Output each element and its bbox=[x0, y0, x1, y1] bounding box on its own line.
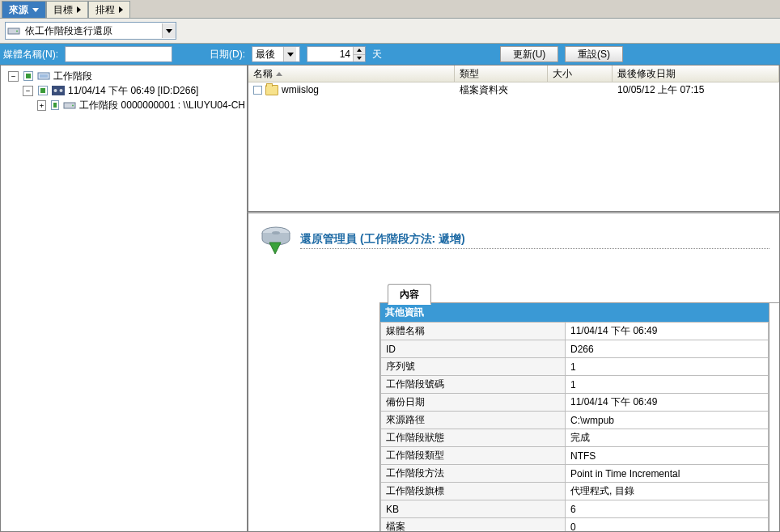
tree-root-label: 工作階段 bbox=[52, 70, 94, 83]
tab-schedule-label: 排程 bbox=[95, 2, 115, 18]
table-row: 工作階段旗標代理程式, 目錄 bbox=[381, 483, 769, 500]
info-box: 其他資訊 媒體名稱11/04/14 下午 06:49IDD266序列號1工作階段… bbox=[379, 303, 769, 532]
info-key: 工作階段狀態 bbox=[381, 429, 566, 447]
info-value: 0 bbox=[566, 518, 769, 533]
file-list: 名稱 類型 大小 最後修改日期 wmiislog 檔案資料夾 10/05/12 … bbox=[248, 65, 780, 212]
drive-icon bbox=[63, 99, 76, 112]
tab-schedule[interactable]: 排程 bbox=[88, 1, 130, 18]
media-name-input[interactable] bbox=[65, 46, 172, 62]
info-value: D266 bbox=[566, 340, 769, 358]
info-key: 工作階段方法 bbox=[381, 465, 566, 483]
info-value: 6 bbox=[566, 500, 769, 518]
tree-node-job[interactable]: + 工作階段 0000000001 : \\LIUYU04-CH bbox=[1, 98, 247, 112]
info-key: 序列號 bbox=[381, 358, 566, 376]
list-header: 名稱 類型 大小 最後修改日期 bbox=[248, 65, 779, 82]
svg-point-8 bbox=[72, 105, 74, 107]
info-key: ID bbox=[381, 340, 566, 358]
info-key: 來源路徑 bbox=[381, 412, 566, 429]
row-type: 檔案資料夾 bbox=[455, 82, 548, 97]
sub-tab-strip: 內容 bbox=[379, 284, 769, 303]
tab-target-label: 目標 bbox=[53, 2, 73, 18]
table-row: 工作階段方法Point in Time Incremental bbox=[381, 465, 769, 483]
restore-title: 還原管理員 (工作階段方法: 遞增) bbox=[300, 232, 769, 249]
svg-point-1 bbox=[16, 31, 18, 32]
combo-drop[interactable] bbox=[162, 23, 176, 38]
list-item[interactable]: wmiislog 檔案資料夾 10/05/12 上午 07:15 bbox=[248, 82, 779, 97]
row-name: wmiislog bbox=[282, 82, 319, 97]
expander-expand[interactable]: + bbox=[37, 100, 46, 111]
restore-mode-text: 依工作階段進行還原 bbox=[22, 23, 162, 38]
table-row: 工作階段類型NTFS bbox=[381, 447, 769, 465]
col-name-label: 名稱 bbox=[253, 65, 273, 82]
tree-root[interactable]: − 工作階段 bbox=[1, 69, 247, 83]
spinner-up[interactable] bbox=[353, 47, 365, 55]
info-key: 備份日期 bbox=[381, 394, 566, 412]
spinner-down[interactable] bbox=[353, 55, 365, 62]
date-label: 日期(D): bbox=[210, 48, 245, 61]
svg-point-5 bbox=[54, 89, 57, 92]
arrow-right-icon bbox=[77, 6, 81, 13]
arrow-right-icon bbox=[119, 6, 123, 13]
expander-collapse[interactable]: − bbox=[23, 86, 33, 96]
tab-source[interactable]: 來源 bbox=[2, 1, 46, 18]
tab-content[interactable]: 內容 bbox=[388, 284, 431, 305]
table-row: IDD266 bbox=[381, 340, 769, 358]
col-name[interactable]: 名稱 bbox=[248, 65, 455, 82]
tree-node-session[interactable]: − 11/04/14 下午 06:49 [ID:D266] bbox=[1, 83, 247, 98]
tab-source-label: 來源 bbox=[9, 2, 28, 18]
tree-checkbox[interactable] bbox=[23, 71, 33, 81]
info-value: 1 bbox=[566, 376, 769, 394]
tree-checkbox[interactable] bbox=[38, 86, 48, 95]
tree-pane: − 工作階段 − 11/04/14 下午 06:49 [ID:D266] + bbox=[0, 65, 248, 532]
filter-bar: 媒體名稱(N): 日期(D): 最後 14 天 更新(U) 重設(S) bbox=[0, 44, 780, 65]
col-type[interactable]: 類型 bbox=[455, 65, 548, 82]
folder-icon bbox=[265, 85, 278, 95]
tree-node-job-label: 工作階段 0000000001 : \\LIUYU04-CH bbox=[78, 99, 247, 112]
sort-asc-icon bbox=[276, 72, 282, 76]
svg-point-10 bbox=[272, 231, 280, 234]
info-key: 檔案 bbox=[381, 518, 566, 533]
col-size[interactable]: 大小 bbox=[548, 65, 613, 82]
chevron-down-icon bbox=[287, 53, 294, 57]
date-mode-value: 最後 bbox=[252, 47, 283, 61]
svg-rect-3 bbox=[40, 74, 48, 78]
tree-checkbox[interactable] bbox=[51, 100, 59, 110]
info-key: 工作階段號碼 bbox=[381, 376, 566, 394]
info-key: KB bbox=[381, 500, 566, 518]
arrow-up-icon bbox=[357, 49, 362, 52]
info-value: 1 bbox=[566, 358, 769, 376]
info-value: 代理程式, 目錄 bbox=[566, 483, 769, 500]
info-key: 工作階段旗標 bbox=[381, 483, 566, 500]
restore-mode-combo[interactable]: 依工作階段進行還原 bbox=[5, 22, 176, 40]
chevron-down-icon bbox=[32, 8, 39, 12]
reset-button[interactable]: 重設(S) bbox=[565, 46, 623, 62]
svg-point-6 bbox=[60, 89, 63, 92]
days-spinner[interactable]: 14 bbox=[307, 46, 366, 62]
tape-icon bbox=[52, 84, 65, 97]
info-value: C:\wmpub bbox=[566, 412, 769, 429]
select-drop[interactable] bbox=[283, 47, 296, 61]
expander-collapse[interactable]: − bbox=[8, 71, 19, 82]
info-table: 媒體名稱11/04/14 下午 06:49IDD266序列號1工作階段號碼1備份… bbox=[380, 322, 769, 532]
info-heading: 其他資訊 bbox=[380, 303, 769, 322]
tab-target[interactable]: 目標 bbox=[46, 1, 88, 18]
date-mode-select[interactable]: 最後 bbox=[252, 46, 300, 62]
table-row: 來源路徑C:\wmpub bbox=[381, 412, 769, 429]
col-modified[interactable]: 最後修改日期 bbox=[613, 65, 779, 82]
row-checkbox[interactable] bbox=[253, 86, 262, 95]
table-row: 媒體名稱11/04/14 下午 06:49 bbox=[381, 323, 769, 340]
info-value: 11/04/14 下午 06:49 bbox=[566, 323, 769, 340]
disk-icon bbox=[258, 222, 294, 260]
table-row: 序列號1 bbox=[381, 358, 769, 376]
table-row: 工作階段號碼1 bbox=[381, 376, 769, 394]
main-tab-strip: 來源 目標 排程 bbox=[0, 0, 780, 19]
info-value: 完成 bbox=[566, 429, 769, 447]
info-key: 媒體名稱 bbox=[381, 323, 566, 340]
chevron-down-icon bbox=[166, 29, 172, 33]
update-button[interactable]: 更新(U) bbox=[500, 46, 558, 62]
info-value: 11/04/14 下午 06:49 bbox=[566, 394, 769, 412]
table-row: KB6 bbox=[381, 500, 769, 518]
table-row: 檔案0 bbox=[381, 518, 769, 533]
svg-marker-11 bbox=[269, 243, 281, 254]
info-value: Point in Time Incremental bbox=[566, 465, 769, 483]
